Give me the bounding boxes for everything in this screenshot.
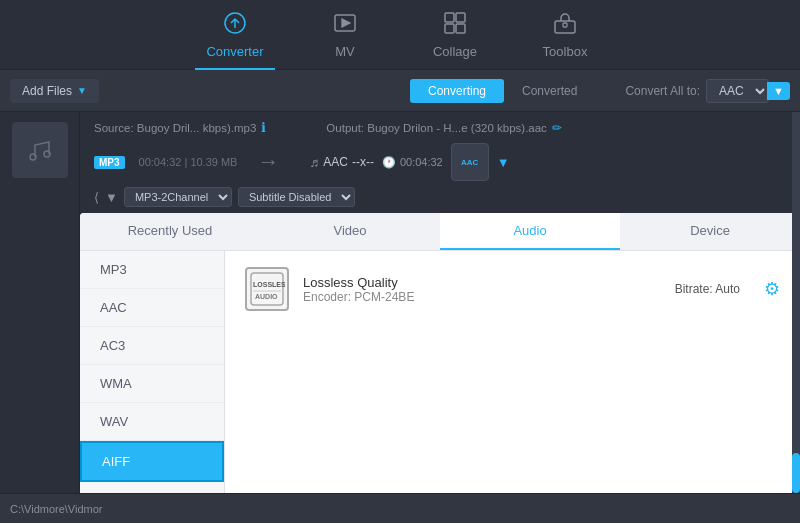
convert-dropdown-arrow-icon[interactable]: ▼ — [767, 82, 790, 100]
quality-encoder: Encoder: PCM-24BE — [303, 290, 414, 304]
clock-icon: 🕐 — [382, 156, 396, 169]
nav-toolbox-label: Toolbox — [543, 44, 588, 59]
svg-rect-3 — [445, 13, 454, 22]
converter-icon — [222, 10, 248, 40]
tab-video[interactable]: Video — [260, 213, 440, 250]
quality-icon: LOSSLESS AUDIO — [245, 267, 289, 311]
aac-format-thumb: AAC — [451, 143, 489, 181]
nav-mv[interactable]: MV — [290, 0, 400, 70]
right-scrollbar[interactable] — [792, 112, 800, 493]
codec-icon: ♬ — [309, 155, 319, 170]
output-controls: ♬ AAC --x-- 🕐 00:04:32 AAC ▼ — [309, 143, 509, 181]
info-icon: ℹ — [261, 120, 266, 135]
arrow-right-icon: → — [257, 149, 279, 175]
nav-toolbox[interactable]: Toolbox — [510, 0, 620, 70]
convert-row: MP3 00:04:32 | 10.39 MB → ♬ AAC --x-- 🕐 … — [80, 139, 800, 185]
add-files-label: Add Files — [22, 84, 72, 98]
nav-converter-label: Converter — [206, 44, 263, 59]
format-item-wav[interactable]: WAV — [80, 403, 224, 441]
nav-mv-label: MV — [335, 44, 355, 59]
format-item-aiff[interactable]: AIFF — [80, 441, 224, 482]
nav-collage-label: Collage — [433, 44, 477, 59]
subtitle-select[interactable]: Subtitle Disabled — [238, 187, 355, 207]
top-nav: Converter MV Collage — [0, 0, 800, 70]
svg-text:LOSSLESS: LOSSLESS — [253, 281, 285, 288]
toolbox-icon — [552, 10, 578, 40]
format-badge: MP3 — [94, 156, 125, 169]
svg-rect-6 — [456, 24, 465, 33]
tab-audio[interactable]: Audio — [440, 213, 620, 250]
output-expand-icon[interactable]: ▼ — [497, 155, 510, 170]
toolbar-tabs: Converting Converted — [410, 79, 595, 103]
duration-info: 🕐 00:04:32 — [382, 156, 443, 169]
format-selector: Recently Used Video Audio Device MP3 AAC… — [80, 213, 800, 523]
convert-all-label: Convert All to: — [625, 84, 700, 98]
svg-rect-4 — [456, 13, 465, 22]
main-content: Source: Bugoy Dril... kbps).mp3 ℹ Output… — [0, 112, 800, 523]
x-x-label: --x-- — [352, 155, 374, 169]
nav-converter[interactable]: Converter — [180, 0, 290, 70]
format-item-wma[interactable]: WMA — [80, 365, 224, 403]
quality-text: Lossless Quality Encoder: PCM-24BE — [303, 275, 414, 304]
channel-select[interactable]: MP3-2Channel — [124, 187, 232, 207]
format-detail: LOSSLESS AUDIO Lossless Quality Encoder:… — [225, 251, 800, 523]
left-panel — [0, 112, 80, 523]
svg-rect-8 — [563, 23, 567, 27]
tab-recently-used[interactable]: Recently Used — [80, 213, 260, 250]
quality-row: LOSSLESS AUDIO Lossless Quality Encoder:… — [245, 267, 780, 311]
tab-converted[interactable]: Converted — [504, 79, 595, 103]
file-meta: 00:04:32 | 10.39 MB — [139, 156, 238, 168]
collage-icon — [442, 10, 468, 40]
svg-text:AUDIO: AUDIO — [255, 293, 278, 300]
expand-button[interactable]: ▼ — [105, 190, 118, 205]
format-content: MP3 AAC AC3 WMA WAV AIFF FLAC LOSSLESS — [80, 251, 800, 523]
file-info-row: Source: Bugoy Dril... kbps).mp3 ℹ Output… — [80, 112, 800, 139]
rewind-button[interactable]: ⟨ — [94, 190, 99, 205]
bottom-path: C:\Vidmore\Vidmor — [10, 503, 103, 515]
bottom-bar: C:\Vidmore\Vidmor — [0, 493, 800, 523]
format-list: MP3 AAC AC3 WMA WAV AIFF FLAC — [80, 251, 225, 523]
svg-rect-11 — [251, 273, 283, 305]
output-info: Output: Bugoy Drilon - H...e (320 kbps).… — [326, 121, 562, 135]
codec-badge: ♬ AAC --x-- — [309, 155, 373, 170]
format-item-aac[interactable]: AAC — [80, 289, 224, 327]
source-info: Source: Bugoy Dril... kbps).mp3 ℹ — [94, 120, 266, 135]
quality-bitrate: Bitrate: Auto — [675, 282, 740, 296]
nav-collage[interactable]: Collage — [400, 0, 510, 70]
add-files-button[interactable]: Add Files ▼ — [10, 79, 99, 103]
svg-rect-5 — [445, 24, 454, 33]
quality-name: Lossless Quality — [303, 275, 414, 290]
controls-row: ⟨ ▼ MP3-2Channel Subtitle Disabled — [80, 185, 800, 207]
right-scrollbar-thumb[interactable] — [792, 453, 800, 493]
format-item-mp3[interactable]: MP3 — [80, 251, 224, 289]
toolbar: Add Files ▼ Converting Converted Convert… — [0, 70, 800, 112]
format-item-ac3[interactable]: AC3 — [80, 327, 224, 365]
audio-thumbnail — [12, 122, 68, 178]
tab-converting[interactable]: Converting — [410, 79, 504, 103]
convert-all-select[interactable]: AAC — [706, 79, 769, 103]
add-files-arrow-icon: ▼ — [77, 85, 87, 96]
output-codec: AAC — [323, 155, 348, 169]
mv-icon — [332, 10, 358, 40]
source-label: Source: Bugoy Dril... kbps).mp3 — [94, 122, 256, 134]
edit-icon[interactable]: ✏ — [552, 121, 562, 135]
tab-device[interactable]: Device — [620, 213, 800, 250]
settings-gear-icon[interactable]: ⚙ — [764, 278, 780, 300]
center-panel: Source: Bugoy Dril... kbps).mp3 ℹ Output… — [80, 112, 800, 523]
format-tabs: Recently Used Video Audio Device — [80, 213, 800, 251]
output-label: Output: Bugoy Drilon - H...e (320 kbps).… — [326, 122, 547, 134]
